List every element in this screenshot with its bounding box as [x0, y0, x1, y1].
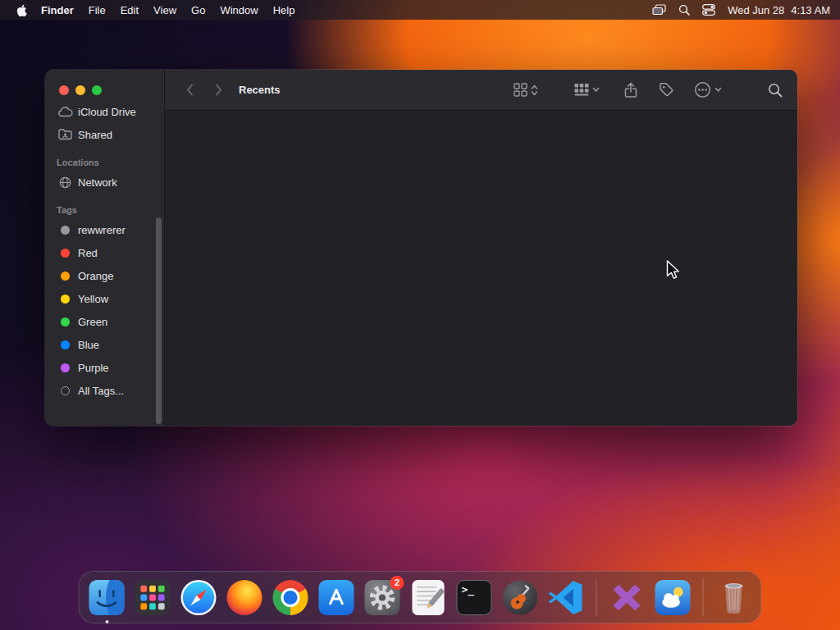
- dock-item-app-store[interactable]: [317, 578, 356, 617]
- menu-bar-clock[interactable]: Wed Jun 28 4:13 AM: [728, 4, 830, 16]
- sidebar-tag-purple[interactable]: Purple: [45, 356, 164, 379]
- finder-window: iCloud Drive Shared Locations: [45, 70, 797, 426]
- grid-view-icon: [514, 83, 527, 97]
- chevron-right-icon: [215, 83, 223, 97]
- menu-bar: Finder File Edit View Go Window Help: [0, 0, 840, 20]
- launchpad-icon: [134, 578, 172, 617]
- tag-label: Green: [78, 316, 107, 328]
- sidebar-tag-rewwrerer[interactable]: rewwrerer: [45, 218, 164, 241]
- sidebar-item-shared[interactable]: Shared: [45, 123, 164, 146]
- window-toolbar: Recents: [165, 70, 797, 111]
- cloud-icon: [57, 107, 73, 117]
- back-button[interactable]: [180, 80, 199, 101]
- desktop: Finder File Edit View Go Window Help: [0, 0, 840, 630]
- shared-folder-icon: [57, 129, 73, 140]
- sidebar-tag-blue[interactable]: Blue: [45, 333, 164, 356]
- sidebar-item-label: All Tags...: [78, 385, 124, 397]
- traffic-lights: [45, 70, 164, 100]
- weather-icon: [654, 578, 692, 617]
- forward-button[interactable]: [209, 80, 229, 101]
- menu-window[interactable]: Window: [212, 4, 265, 16]
- dock-item-weather[interactable]: [654, 578, 692, 617]
- window-title: Recents: [239, 84, 281, 96]
- share-icon: [624, 82, 637, 98]
- more-options-button[interactable]: [694, 81, 722, 98]
- dock-item-trash[interactable]: [714, 578, 753, 617]
- sidebar-section-tags: Tags: [45, 202, 164, 218]
- group-by-button[interactable]: [574, 83, 600, 97]
- chevron-left-icon: [185, 83, 194, 97]
- control-center-icon[interactable]: [702, 4, 715, 16]
- dock-item-textedit[interactable]: [409, 578, 448, 617]
- ellipsis-circle-icon: [694, 81, 711, 98]
- close-button[interactable]: [59, 85, 69, 95]
- dock-item-firefox[interactable]: [226, 578, 264, 617]
- chevron-down-icon: [714, 87, 722, 93]
- menu-file[interactable]: File: [81, 4, 113, 16]
- group-icon: [574, 83, 589, 97]
- dock-item-system-settings[interactable]: 2: [363, 578, 402, 617]
- finder-icon: [88, 578, 126, 617]
- dock-separator: [703, 578, 704, 616]
- sidebar-tag-green[interactable]: Green: [45, 310, 164, 333]
- tag-color-dot: [61, 249, 70, 258]
- screen-mirroring-icon[interactable]: [652, 4, 666, 16]
- garageband-icon: [501, 578, 540, 617]
- app-store-icon: [317, 578, 356, 617]
- tag-color-dot: [61, 272, 70, 281]
- vscode-icon: [547, 578, 586, 617]
- sidebar-item-label: iCloud Drive: [78, 106, 136, 118]
- chrome-icon: [273, 580, 308, 615]
- dock-item-chrome[interactable]: [272, 578, 310, 617]
- tags-button[interactable]: [659, 82, 674, 98]
- trash-icon: [715, 578, 751, 617]
- window-sidebar: iCloud Drive Shared Locations: [45, 70, 165, 426]
- tag-label: Purple: [78, 362, 109, 374]
- dock-separator: [596, 578, 597, 616]
- sidebar-item-network[interactable]: Network: [45, 171, 164, 194]
- running-indicator: [105, 620, 108, 623]
- menu-go[interactable]: Go: [184, 4, 212, 16]
- dock-item-finder[interactable]: [88, 578, 126, 617]
- sidebar-tag-red[interactable]: Red: [45, 241, 164, 264]
- share-button[interactable]: [624, 82, 637, 98]
- zoom-button[interactable]: [92, 85, 102, 95]
- sidebar-section-locations: Locations: [45, 154, 164, 171]
- dock-item-launchpad[interactable]: [134, 578, 172, 617]
- dock-item-vscode[interactable]: [547, 578, 586, 617]
- safari-icon: [180, 578, 218, 617]
- dock: 2 >_: [79, 571, 762, 623]
- tag-color-dot: [61, 294, 70, 304]
- chevron-down-icon: [592, 87, 600, 93]
- terminal-icon: >_: [457, 580, 492, 615]
- dock-item-garageband[interactable]: [501, 578, 540, 617]
- sidebar-tag-orange[interactable]: Orange: [45, 264, 164, 287]
- sort-chevrons-icon: [531, 84, 538, 97]
- minimize-button[interactable]: [75, 85, 85, 95]
- tag-label: Red: [78, 247, 98, 259]
- view-options-button[interactable]: [514, 83, 538, 97]
- apple-logo-icon: [16, 4, 27, 16]
- menu-edit[interactable]: Edit: [113, 4, 146, 16]
- dock-item-visual-studio[interactable]: [608, 578, 646, 617]
- sidebar-item-icloud-drive[interactable]: iCloud Drive: [45, 100, 164, 123]
- sidebar-scrollbar[interactable]: [156, 217, 162, 424]
- apple-menu[interactable]: [10, 4, 34, 16]
- dock-item-safari[interactable]: [180, 578, 218, 617]
- spotlight-search-icon[interactable]: [678, 4, 690, 16]
- tag-color-dot: [61, 363, 70, 372]
- sidebar-tag-yellow[interactable]: Yellow: [45, 287, 164, 310]
- search-button[interactable]: [768, 83, 783, 98]
- dock-item-terminal[interactable]: >_: [455, 578, 494, 617]
- tag-color-dot: [61, 226, 70, 235]
- date-label: Wed Jun 28: [728, 4, 784, 16]
- terminal-glyph: >_: [462, 583, 475, 596]
- menu-view[interactable]: View: [146, 4, 184, 16]
- sidebar-item-label: Network: [78, 176, 117, 189]
- search-icon: [768, 83, 783, 98]
- active-app-menu[interactable]: Finder: [34, 4, 81, 16]
- textedit-icon: [409, 578, 448, 617]
- sidebar-item-all-tags[interactable]: All Tags...: [45, 379, 164, 402]
- tag-color-dot: [61, 317, 70, 326]
- menu-help[interactable]: Help: [266, 4, 303, 16]
